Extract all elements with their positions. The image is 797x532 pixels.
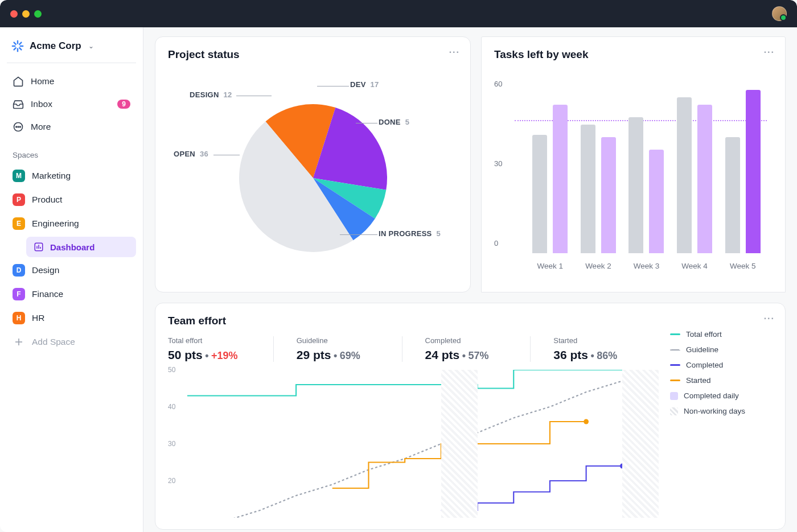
space-icon: H — [13, 312, 25, 324]
space-label: Finance — [32, 289, 63, 299]
effort-legend: Total effort Guideline Completed Started… — [670, 330, 773, 422]
metric: Completed 24 pts • 57% — [425, 336, 531, 362]
chevron-down-icon: ⌄ — [88, 42, 94, 50]
space-icon: F — [13, 288, 25, 300]
space-icon: P — [13, 193, 25, 206]
nav-label: Home — [31, 76, 54, 86]
svg-point-9 — [16, 126, 17, 127]
add-space-label: Add Space — [32, 337, 75, 347]
maximize-window-button[interactable] — [34, 10, 42, 18]
space-item-product[interactable]: PProduct — [7, 189, 136, 211]
project-status-card: Project status ··· DEV 17 DONE 5 IN PROG… — [155, 36, 471, 292]
workspace-switcher[interactable]: Acme Corp ⌄ — [7, 38, 136, 63]
svg-line-6 — [14, 48, 16, 50]
workspace-name: Acme Corp — [30, 40, 81, 52]
card-more-button[interactable]: ··· — [764, 47, 775, 57]
minimize-window-button[interactable] — [22, 10, 30, 18]
card-more-button[interactable]: ··· — [764, 314, 775, 324]
pie-slice-label: OPEN 36 — [174, 150, 208, 158]
y-tick: 60 — [494, 80, 502, 88]
space-label: HR — [32, 313, 44, 323]
space-item-hr[interactable]: HHR — [7, 307, 136, 329]
nav-label: More — [31, 122, 51, 132]
space-icon: E — [13, 217, 25, 230]
add-space-button[interactable]: Add Space — [7, 331, 136, 353]
svg-point-19 — [584, 419, 589, 424]
dashboard-label: Dashboard — [50, 242, 95, 252]
pie-slice-label: DEV 17 — [350, 80, 379, 89]
space-item-engineering[interactable]: EEngineering — [7, 213, 136, 234]
x-tick: Week 4 — [681, 262, 708, 270]
pie-slice-label: DESIGN 12 — [190, 90, 232, 99]
space-icon: D — [13, 264, 25, 277]
pie-chart: DEV 17 DONE 5 IN PROGRESS 5 OPEN 36 DESI… — [168, 70, 458, 286]
svg-point-11 — [20, 126, 21, 127]
space-label: Product — [32, 195, 62, 205]
x-tick: Week 5 — [730, 262, 756, 270]
workspace-logo-icon — [11, 40, 24, 52]
inbox-badge: 9 — [117, 100, 130, 109]
close-window-button[interactable] — [10, 10, 18, 18]
space-item-finance[interactable]: FFinance — [7, 283, 136, 305]
space-label: Design — [32, 265, 59, 275]
pie-slice-label: DONE 5 — [379, 118, 409, 126]
window-controls — [10, 10, 42, 18]
pie-slice-label: IN PROGRESS 5 — [379, 229, 441, 238]
sidebar: Acme Corp ⌄ Home Inbox 9 More Spaces MMa… — [0, 27, 143, 532]
nav-home[interactable]: Home — [7, 71, 136, 92]
effort-chart: 50 40 30 20 Total effort Guideline Compl… — [168, 370, 773, 518]
nav-label: Inbox — [31, 99, 52, 109]
sidebar-item-dashboard[interactable]: Dashboard — [26, 237, 136, 257]
spaces-section-label: Spaces — [7, 139, 136, 165]
svg-line-5 — [19, 48, 21, 50]
team-effort-card: Team effort ··· Total effort 50 pts • +1… — [155, 303, 786, 530]
metric: Total effort 50 pts • +19% — [168, 336, 274, 362]
space-icon: M — [13, 170, 25, 182]
x-tick: Week 1 — [537, 262, 564, 270]
titlebar — [0, 0, 797, 27]
bar-chart: 60 30 0 Week 1Week 2Week 3Week 4Week 5 — [494, 70, 773, 275]
plus-icon — [13, 336, 25, 348]
home-icon — [13, 76, 24, 87]
svg-point-10 — [18, 126, 19, 127]
metric: Started 36 pts • 86% — [553, 336, 659, 362]
space-label: Marketing — [32, 171, 71, 181]
tasks-left-card: Tasks left by week ··· 60 30 0 Week 1Wee… — [481, 36, 786, 292]
space-item-marketing[interactable]: MMarketing — [7, 165, 136, 187]
y-tick: 30 — [494, 159, 502, 168]
card-title: Project status — [168, 48, 458, 61]
more-icon — [13, 121, 24, 133]
card-title: Team effort — [168, 315, 773, 327]
space-item-design[interactable]: DDesign — [7, 259, 136, 281]
inbox-icon — [13, 98, 24, 110]
space-label: Engineering — [32, 218, 79, 229]
x-tick: Week 3 — [634, 262, 660, 270]
metric: Guideline 29 pts • 69% — [297, 336, 402, 362]
nav-inbox[interactable]: Inbox 9 — [7, 94, 136, 114]
avatar[interactable] — [772, 6, 787, 21]
dashboard-icon — [33, 241, 44, 253]
nav-more[interactable]: More — [7, 117, 136, 137]
card-title: Tasks left by week — [494, 48, 773, 61]
main-content: Project status ··· DEV 17 DONE 5 IN PROG… — [143, 27, 797, 532]
svg-line-4 — [14, 43, 16, 44]
y-tick: 0 — [494, 239, 498, 248]
card-more-button[interactable]: ··· — [449, 47, 460, 57]
x-tick: Week 2 — [585, 262, 611, 270]
svg-line-7 — [19, 43, 21, 44]
